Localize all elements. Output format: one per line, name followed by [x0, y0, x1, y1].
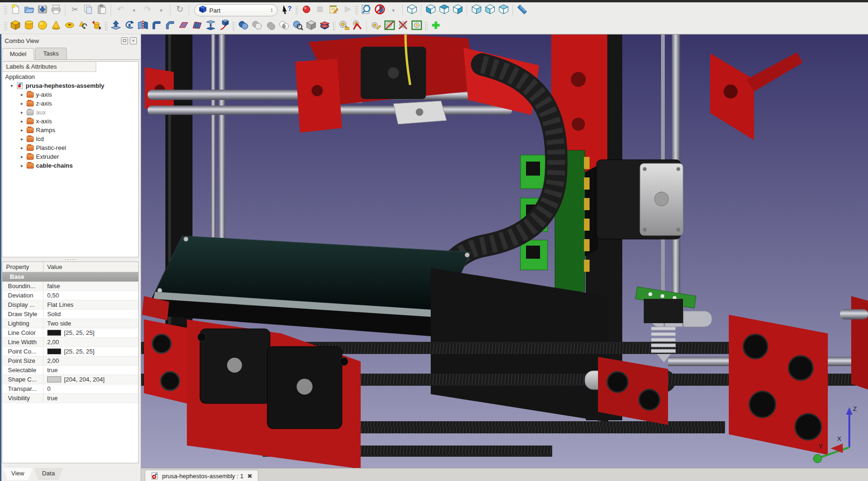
dock-splitter[interactable]	[2, 257, 139, 262]
check-geometry-button[interactable]	[291, 19, 304, 33]
sweep-button[interactable]	[217, 19, 231, 33]
property-value[interactable]: Two side	[43, 319, 138, 328]
toolbar-drag-handle[interactable]	[425, 21, 427, 31]
tree-item-z-axis[interactable]: ▸ z-axis	[2, 99, 138, 108]
box-button[interactable]	[8, 19, 22, 33]
macro-play-button[interactable]	[340, 4, 354, 17]
close-icon[interactable]: ✖	[247, 473, 252, 480]
macro-record-button[interactable]	[299, 4, 313, 17]
expander-icon[interactable]: ▸	[19, 145, 25, 150]
shape-builder-button[interactable]	[76, 19, 90, 33]
torus-button[interactable]	[63, 19, 76, 33]
macro-stop-button[interactable]	[313, 4, 327, 17]
toolbar-drag-handle[interactable]	[4, 21, 7, 31]
toolbar-drag-handle[interactable]	[295, 6, 298, 15]
common-button[interactable]	[277, 19, 291, 33]
tree-item-Extruder[interactable]: ▸ Extruder	[2, 152, 138, 161]
property-value[interactable]: 0	[43, 384, 138, 393]
redo-button[interactable]: ↷	[141, 4, 154, 17]
macro-edit-button[interactable]	[327, 4, 340, 17]
primitives-button[interactable]	[90, 19, 103, 33]
measure-linear-button[interactable]	[337, 19, 350, 33]
union-button[interactable]	[263, 19, 277, 33]
expander-icon[interactable]: ▾	[9, 83, 14, 88]
spinner-icon[interactable]: ▴▾	[271, 8, 273, 13]
view-front-button[interactable]	[424, 4, 437, 17]
refresh-button[interactable]: ↻	[173, 4, 186, 17]
tab-view[interactable]: View	[3, 468, 33, 480]
dock-float-button[interactable]	[121, 37, 128, 44]
dock-close-button[interactable]: ×	[130, 37, 137, 44]
property-value[interactable]: Flat Lines	[43, 300, 138, 309]
ruled-surface-button[interactable]	[190, 19, 204, 33]
mirror-button[interactable]	[136, 19, 149, 33]
tree-item-aux[interactable]: ▸ aux	[2, 108, 138, 117]
cone-button[interactable]	[49, 19, 63, 33]
toolbar-drag-handle[interactable]	[4, 6, 7, 15]
tree-item-lcd[interactable]: ▸ lcd	[2, 134, 138, 143]
menu-down-button[interactable]: ▾	[127, 4, 141, 17]
property-value[interactable]: [25, 25, 25]	[43, 328, 138, 337]
view-top-button[interactable]	[437, 4, 451, 17]
expander-icon[interactable]: ▸	[19, 119, 25, 124]
defeaturing-button[interactable]	[304, 19, 318, 33]
view-rear-button[interactable]	[470, 4, 483, 17]
cut-button[interactable]: ✂	[68, 4, 81, 17]
document-tab[interactable]: prusa-hephestos-assembly : 1 ✖	[145, 470, 258, 481]
addon-plus-button[interactable]	[429, 19, 442, 33]
tree-item-cable-chains[interactable]: ▸ cable-chains	[2, 161, 138, 170]
undo-button[interactable]: ↶	[114, 4, 127, 17]
measure-angular-button[interactable]	[350, 19, 364, 33]
make-face-button[interactable]	[177, 19, 190, 33]
paste-button[interactable]	[95, 4, 108, 17]
tab-model[interactable]: Model	[2, 48, 34, 60]
property-value[interactable]: [25, 25, 25]	[43, 347, 138, 356]
tree-item-document[interactable]: ▾ prusa-hephestos-assembly	[2, 81, 138, 90]
property-value[interactable]: 2,00	[43, 356, 138, 365]
revolve-button[interactable]	[122, 19, 136, 33]
property-value[interactable]: true	[43, 366, 138, 375]
property-value[interactable]: 2,00	[43, 338, 138, 347]
cut-boolean-button[interactable]	[250, 19, 263, 33]
expander-icon[interactable]: ▸	[19, 110, 25, 115]
print-button[interactable]	[49, 4, 63, 17]
view-right-button[interactable]	[451, 4, 464, 17]
tree-item-Plastic-reel[interactable]: ▸ Plastic-reel	[2, 143, 138, 152]
save-file-button[interactable]	[36, 4, 49, 17]
measure-refresh-button[interactable]	[369, 19, 383, 33]
new-file-button[interactable]	[8, 4, 22, 17]
view-axonometric-button[interactable]	[405, 4, 419, 17]
expander-icon[interactable]: ▸	[19, 136, 25, 141]
expander-icon[interactable]: ▸	[19, 154, 25, 159]
sphere-button[interactable]	[36, 19, 49, 33]
3d-viewport[interactable]: Z X Y	[141, 34, 868, 468]
cylinder-button[interactable]	[22, 19, 36, 33]
expander-icon[interactable]: ▸	[19, 127, 25, 133]
toolbar-drag-handle[interactable]	[232, 21, 235, 31]
measure-toggle-delta-button[interactable]	[410, 19, 423, 33]
tree-item-x-axis[interactable]: ▸ x-axis	[2, 117, 138, 126]
property-value[interactable]: [204, 204, 204]	[43, 375, 138, 384]
expander-icon[interactable]: ▸	[19, 163, 25, 168]
menu-down-button[interactable]: ▾	[386, 4, 400, 17]
extrude-button[interactable]	[109, 19, 122, 33]
expander-icon[interactable]: ▸	[19, 101, 25, 106]
whats-this-button[interactable]: ?	[280, 4, 294, 17]
fit-all-button[interactable]	[359, 4, 373, 17]
expander-icon[interactable]: ▸	[19, 92, 25, 97]
boolean-button[interactable]	[236, 19, 250, 33]
property-value[interactable]: Solid	[43, 310, 138, 318]
workbench-selector[interactable]: Part ▴▾	[194, 4, 277, 16]
tab-tasks[interactable]: Tasks	[35, 48, 66, 59]
cross-sections-button[interactable]	[318, 19, 331, 33]
measure-toggle-all-button[interactable]	[396, 19, 410, 33]
menu-down-button[interactable]: ▾	[154, 4, 168, 17]
measure-clear-all-button[interactable]	[383, 19, 396, 33]
loft-button[interactable]	[204, 19, 217, 33]
fillet-button[interactable]	[149, 19, 163, 33]
draw-style-button[interactable]	[373, 4, 386, 17]
view-left-button[interactable]	[497, 4, 510, 17]
toolbar-drag-handle[interactable]	[333, 21, 335, 31]
property-value[interactable]: true	[43, 394, 138, 403]
property-value[interactable]: 0,50	[43, 291, 138, 300]
